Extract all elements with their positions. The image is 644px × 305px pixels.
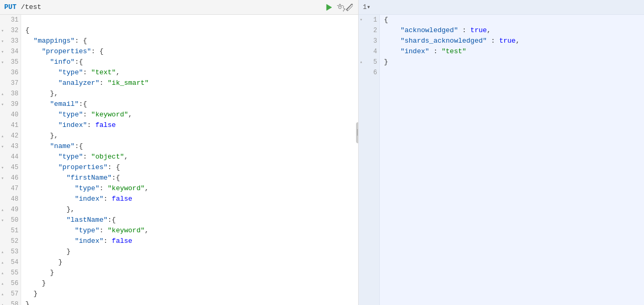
line-number: 36 (0, 67, 21, 78)
code-line: "properties": { (25, 162, 354, 173)
line-number: ▾50 (0, 215, 21, 225)
line-number: ▴58 (0, 299, 21, 305)
fold-arrow[interactable]: ▾ (1, 102, 4, 107)
line-number: 2 (359, 25, 379, 36)
code-line: "email":{ (25, 99, 354, 110)
line-number: ▴53 (0, 247, 21, 257)
line-number: ▾35 (0, 57, 21, 67)
fold-arrow[interactable]: ▴ (1, 270, 4, 276)
request-path: /test (21, 3, 41, 11)
code-line: "firstName":{ (25, 173, 354, 183)
fold-arrow[interactable]: ▾ (1, 165, 4, 171)
fold-arrow[interactable]: ▴ (1, 207, 4, 213)
right-header-line-num: 1 ▾ (363, 2, 372, 13)
code-line: } (25, 289, 354, 299)
line-number: ▾45 (0, 162, 21, 173)
line-number: ▴38 (0, 88, 21, 99)
code-line: }, (25, 88, 354, 99)
line-number: ▴5 (359, 57, 379, 67)
right-code-area[interactable]: ▾1234▴56 { "acknowledged" : true, "shard… (359, 15, 644, 305)
right-code-lines: { "acknowledged" : true, "shards_acknowl… (380, 15, 644, 305)
fold-arrow[interactable]: ▾ (1, 28, 4, 34)
line-number: ▾32 (0, 25, 21, 36)
left-header: PUT /test (0, 0, 358, 15)
code-line: "type": "keyword", (25, 225, 354, 236)
code-line: } (25, 257, 354, 268)
fold-arrow[interactable]: ▾ (1, 49, 4, 55)
divider-handle[interactable] (356, 122, 359, 143)
fold-arrow[interactable]: ▾ (1, 38, 4, 44)
right-header: 1 ▾ (359, 0, 644, 15)
line-number: 51 (0, 225, 21, 236)
fold-arrow[interactable]: ▾ (1, 218, 4, 223)
code-line: "type": "keyword", (25, 110, 354, 120)
left-panel: PUT /test (0, 0, 359, 305)
line-number: 40 (0, 110, 21, 120)
fold-arrow[interactable]: ▴ (1, 91, 4, 97)
code-line: "acknowledged" : true, (384, 25, 640, 36)
code-line: "name":{ (25, 141, 354, 152)
code-line: } (384, 57, 640, 67)
code-line: "mappings": { (25, 36, 354, 46)
code-line: { (25, 25, 354, 36)
code-line: "index" : "test" (384, 46, 640, 57)
settings-button[interactable] (337, 3, 354, 12)
line-number: 4 (359, 46, 379, 57)
line-number: 44 (0, 152, 21, 162)
line-number: 31 (0, 15, 21, 25)
fold-arrow[interactable]: ▾ (1, 175, 4, 181)
fold-arrow[interactable]: ▴ (1, 260, 4, 265)
right-line-numbers: ▾1234▴56 (359, 15, 380, 305)
fold-arrow[interactable]: ▴ (1, 133, 4, 139)
line-number: 6 (359, 67, 379, 78)
line-number: ▴56 (0, 278, 21, 289)
fold-arrow[interactable]: ▾ (1, 144, 4, 150)
code-line: }, (25, 204, 354, 215)
line-number: 48 (0, 194, 21, 204)
run-button[interactable] (324, 3, 333, 12)
line-number: ▴49 (0, 204, 21, 215)
code-line: } (25, 278, 354, 289)
left-code-lines: { "mappings": { "properties": { "info":{… (21, 15, 358, 305)
line-number: 3 (359, 36, 379, 46)
code-line: "lastName":{ (25, 215, 354, 225)
code-line: "type": "text", (25, 67, 354, 78)
line-number: ▴54 (0, 257, 21, 268)
code-line: "index": false (25, 236, 354, 247)
line-number: ▾46 (0, 173, 21, 183)
code-line: }, (25, 131, 354, 141)
svg-point-1 (339, 6, 341, 8)
left-code-area[interactable]: 31▾32▾33▾34▾353637▴38▾394041▴42▾4344▾45▾… (0, 15, 358, 305)
code-line: } (25, 299, 354, 305)
line-number: ▴55 (0, 268, 21, 278)
line-number: ▴42 (0, 131, 21, 141)
code-line: } (25, 268, 354, 278)
code-line (25, 15, 354, 25)
line-number: ▾39 (0, 99, 21, 110)
http-method: PUT (4, 3, 16, 11)
fold-arrow[interactable]: ▴ (1, 291, 4, 297)
fold-arrow[interactable]: ▴ (360, 57, 362, 67)
code-line: { (384, 15, 640, 25)
code-line: "index": false (25, 194, 354, 204)
header-icons (324, 3, 354, 12)
line-number: ▾34 (0, 46, 21, 57)
line-number: ▾43 (0, 141, 21, 152)
left-line-numbers: 31▾32▾33▾34▾353637▴38▾394041▴42▾4344▾45▾… (0, 15, 21, 305)
code-line: "type": "keyword", (25, 183, 354, 194)
code-line (384, 67, 640, 78)
line-number: 37 (0, 78, 21, 88)
line-number: ▾33 (0, 36, 21, 46)
fold-arrow[interactable]: ▴ (1, 281, 4, 287)
code-line: "analyzer": "ik_smart" (25, 78, 354, 88)
line-number: 47 (0, 183, 21, 194)
line-number: 41 (0, 120, 21, 131)
fold-arrow[interactable]: ▾ (1, 60, 4, 65)
fold-arrow[interactable]: ▾ (360, 15, 362, 25)
line-number: 52 (0, 236, 21, 247)
code-line: "info":{ (25, 57, 354, 67)
fold-arrow[interactable]: ▴ (1, 302, 4, 306)
line-number: ▴57 (0, 289, 21, 299)
fold-arrow[interactable]: ▴ (1, 249, 4, 255)
line-number: ▾1 (359, 15, 379, 25)
